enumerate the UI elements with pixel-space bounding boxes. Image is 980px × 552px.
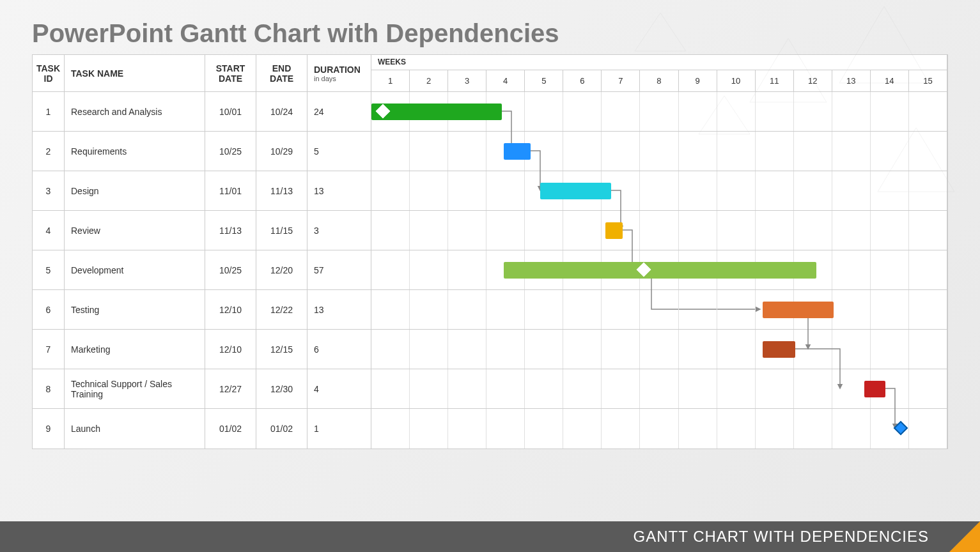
task-name: Testing [65,290,205,329]
task-id: 2 [33,132,65,171]
task-timeline [371,211,947,250]
task-start: 11/01 [205,171,256,210]
week-header: 12 [794,70,832,91]
task-row: 4Review11/1311/153 [33,211,947,250]
task-timeline [371,132,947,171]
task-row: 9Launch01/0201/021 [33,409,947,448]
header-row: TASK ID TASK NAME START DATE END DATE DU… [33,55,947,92]
task-timeline [371,369,947,408]
task-end: 12/20 [256,250,307,289]
gantt-bar [763,341,795,358]
task-duration: 24 [307,92,371,131]
task-id: 9 [33,409,65,448]
col-start-date: START DATE [205,55,256,91]
task-row: 7Marketing12/1012/156 [33,330,947,369]
task-name: Design [65,171,205,210]
task-end: 12/15 [256,330,307,369]
gantt-bar [504,143,531,160]
week-header: 13 [832,70,871,91]
task-duration: 13 [307,290,371,329]
week-header: 2 [410,70,448,91]
col-end-date: END DATE [256,55,307,91]
gantt-bar [504,262,816,279]
task-id: 3 [33,171,65,210]
footer-accent-icon [935,521,980,552]
task-name: Marketing [65,330,205,369]
task-id: 8 [33,369,65,408]
task-name: Requirements [65,132,205,171]
task-id: 7 [33,330,65,369]
gantt-bar [371,103,502,120]
task-id: 1 [33,92,65,131]
task-timeline [371,330,947,369]
week-header: 5 [525,70,563,91]
footer-text: GANTT CHART WITH DEPENDENCIES [634,528,929,546]
week-header: 10 [717,70,756,91]
task-id: 6 [33,290,65,329]
task-duration: 6 [307,330,371,369]
task-timeline [371,409,947,448]
task-timeline [371,250,947,289]
task-end: 12/22 [256,290,307,329]
gantt-bar [605,222,623,239]
task-row: 2Requirements10/2510/295 [33,132,947,171]
task-timeline [371,171,947,210]
week-header: 1 [371,70,410,91]
task-row: 5Development10/2512/2057 [33,250,947,290]
task-row: 6Testing12/1012/2213 [33,290,947,330]
task-name: Development [65,250,205,289]
task-start: 12/27 [205,369,256,408]
task-start: 12/10 [205,290,256,329]
col-weeks: WEEKS 123456789101112131415 [371,55,947,91]
week-header: 6 [563,70,602,91]
week-header: 15 [909,70,947,91]
gantt-chart: TASK ID TASK NAME START DATE END DATE DU… [32,54,948,449]
task-name: Launch [65,409,205,448]
task-duration: 5 [307,132,371,171]
col-task-name: TASK NAME [65,55,205,91]
page-title: PowerPoint Gantt Chart with Dependencies [0,0,980,54]
week-header: 9 [679,70,717,91]
task-row: 1Research and Analysis10/0110/2424 [33,92,947,132]
week-header: 11 [756,70,794,91]
task-row: 3Design11/0111/1313 [33,171,947,211]
task-end: 01/02 [256,409,307,448]
task-end: 11/15 [256,211,307,250]
task-id: 5 [33,250,65,289]
week-header: 3 [448,70,486,91]
footer-bar: GANTT CHART WITH DEPENDENCIES [0,521,980,552]
task-end: 11/13 [256,171,307,210]
task-duration: 13 [307,171,371,210]
task-duration: 4 [307,369,371,408]
task-duration: 3 [307,211,371,250]
task-start: 10/25 [205,132,256,171]
task-row: 8Technical Support / Sales Training12/27… [33,369,947,409]
gantt-bar [864,381,885,397]
week-header: 14 [871,70,909,91]
task-start: 01/02 [205,409,256,448]
task-end: 10/29 [256,132,307,171]
week-header: 8 [640,70,678,91]
task-timeline [371,92,947,131]
task-name: Review [65,211,205,250]
task-start: 10/25 [205,250,256,289]
task-start: 11/13 [205,211,256,250]
col-duration: DURATIONin days [307,55,371,91]
task-end: 10/24 [256,92,307,131]
gantt-bar [763,302,834,318]
task-name: Research and Analysis [65,92,205,131]
task-duration: 1 [307,409,371,448]
week-header: 4 [486,70,525,91]
col-task-id: TASK ID [33,55,65,91]
task-start: 10/01 [205,92,256,131]
task-name: Technical Support / Sales Training [65,369,205,408]
task-id: 4 [33,211,65,250]
task-start: 12/10 [205,330,256,369]
task-timeline [371,290,947,329]
task-duration: 57 [307,250,371,289]
gantt-bar [540,183,611,199]
task-end: 12/30 [256,369,307,408]
week-header: 7 [602,70,640,91]
